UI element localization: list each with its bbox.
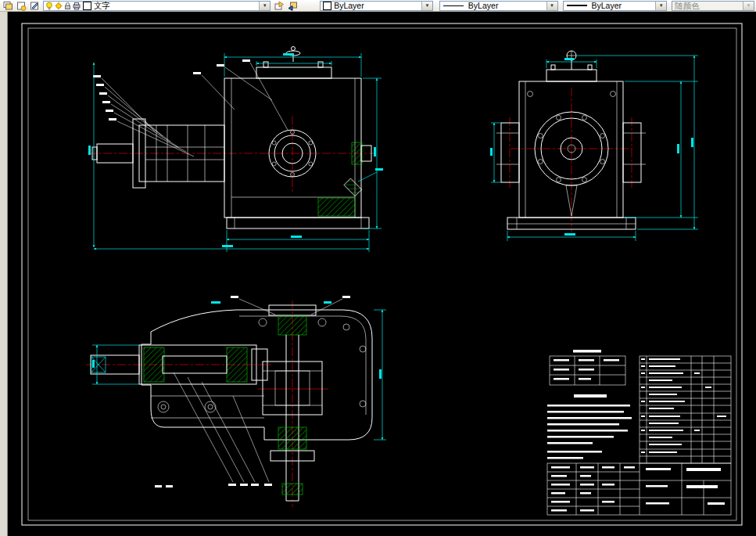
layer-tools-button[interactable] [28,0,41,11]
side-view[interactable] [490,51,698,241]
layer-thaw-sun-icon [55,2,63,10]
main-title-block [547,463,731,515]
window-left-edge [0,12,8,536]
current-lineweight-value: ByLayer [587,2,656,10]
lineweight-dropdown[interactable]: ByLayer ▼ [563,1,668,11]
layer-states-button[interactable] [15,0,28,11]
lineweight-dropdown-arrow-icon[interactable]: ▼ [655,2,666,10]
model-space[interactable] [0,12,756,536]
layer-dropdown[interactable]: 文字 ▼ [43,1,271,11]
parts-list-table [640,356,731,463]
make-object-layer-current-button[interactable] [273,0,286,11]
technical-requirements-text [547,394,632,459]
current-plot-style-value: 随颜色 [672,2,743,10]
title-block-area[interactable] [547,350,731,515]
plot-style-dropdown: 随颜色 ▼ [672,1,754,11]
plan-view-leaders [155,296,350,487]
drawing-canvas[interactable] [0,12,756,536]
linetype-dropdown[interactable]: ByLayer ▼ [439,1,558,11]
front-section-view[interactable] [88,47,383,253]
layer-previous-icon [288,1,298,11]
layer-plot-printer-icon [73,2,81,10]
layer-properties-icon [3,1,13,11]
layer-tools-icon [30,1,40,11]
layer-lock-icon [64,2,71,10]
linetype-sample-icon [443,5,464,6]
side-view-dimensions [490,56,698,241]
color-dropdown[interactable]: ByLayer ▼ [320,1,433,11]
plot-style-dropdown-arrow-icon: ▼ [743,2,754,10]
current-layer-name: 文字 [91,2,259,10]
plan-view-worm-shaft[interactable] [91,345,267,384]
front-view-dimensions [88,53,382,252]
characteristics-table [550,350,625,385]
front-view-oil-drain[interactable] [318,168,383,216]
toolbar: 文字 ▼ ByLayer ▼ ByLayer ▼ [0,0,756,12]
make-layer-current-icon [274,1,285,11]
color-bylayer-chip [323,2,331,10]
sheet-border-frame [22,23,742,525]
layer-color-chip [83,2,91,10]
current-color-value: ByLayer [331,2,421,10]
layer-states-icon [16,1,27,11]
linetype-dropdown-arrow-icon[interactable]: ▼ [546,2,557,10]
current-linetype-value: ByLayer [464,2,546,10]
color-dropdown-arrow-icon[interactable]: ▼ [421,2,432,10]
front-view-output-stub[interactable] [352,142,371,164]
plan-section-view[interactable] [86,296,386,507]
layer-previous-button[interactable] [286,0,299,11]
autocad-window: 文字 ▼ ByLayer ▼ ByLayer ▼ [0,0,756,536]
layer-on-bulb-icon [45,2,53,10]
front-view-leaders [93,59,288,156]
layer-properties-button[interactable] [2,0,15,11]
layer-dropdown-arrow-icon[interactable]: ▼ [259,2,270,10]
lineweight-sample-icon [567,5,587,6]
